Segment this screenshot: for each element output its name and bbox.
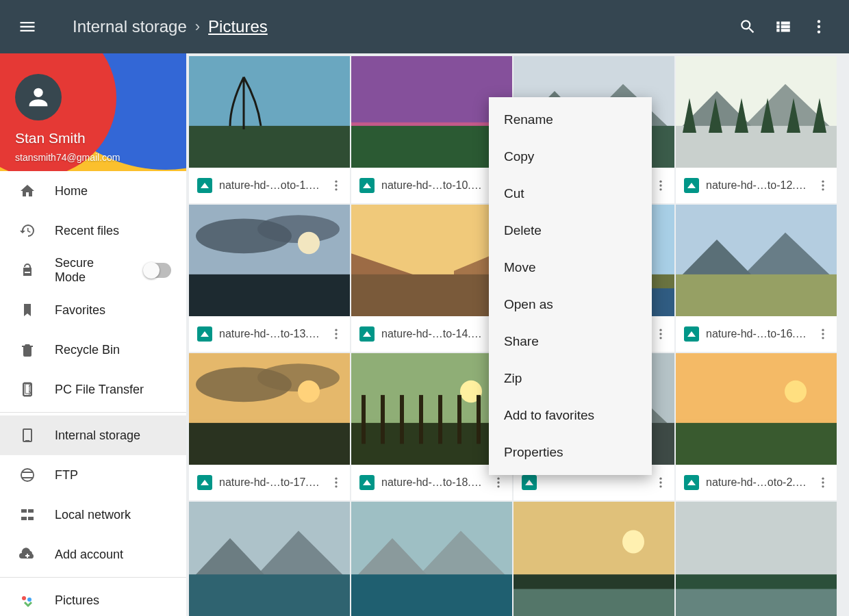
breadcrumb-parent[interactable]: Internal storage bbox=[73, 17, 187, 36]
svg-rect-89 bbox=[477, 395, 481, 444]
file-card[interactable]: nature-hd-…to-14.jpg bbox=[351, 205, 512, 352]
image-file-icon bbox=[684, 475, 699, 490]
secure-mode-toggle[interactable] bbox=[144, 263, 171, 278]
file-thumbnail bbox=[189, 205, 350, 316]
file-more-button[interactable] bbox=[327, 173, 346, 198]
file-card[interactable]: nature-hd-…to-13.jpg bbox=[189, 205, 350, 352]
file-name: nature-hd-…oto-1.jpg bbox=[219, 179, 320, 192]
file-caption: nature-hd-…to-10.jpg bbox=[351, 168, 512, 203]
file-card[interactable]: nature-hd-…to-18.jpg bbox=[351, 353, 512, 500]
file-more-button[interactable] bbox=[813, 173, 833, 198]
file-card[interactable]: nature-hd-…oto-1.jpg bbox=[189, 56, 350, 203]
menu-item-share[interactable]: Share bbox=[489, 323, 652, 360]
menu-button[interactable] bbox=[7, 6, 48, 47]
svg-point-3 bbox=[34, 88, 42, 97]
menu-item-copy[interactable]: Copy bbox=[489, 138, 652, 175]
file-card[interactable] bbox=[514, 502, 674, 616]
menu-item-cut[interactable]: Cut bbox=[489, 175, 652, 212]
svg-rect-134 bbox=[676, 502, 837, 571]
image-file-icon bbox=[359, 178, 375, 193]
svg-point-36 bbox=[822, 184, 824, 186]
file-more-button[interactable] bbox=[813, 322, 833, 346]
sidebar-item-internal-storage[interactable]: Internal storage bbox=[0, 415, 186, 455]
file-more-button[interactable] bbox=[651, 322, 670, 346]
avatar[interactable] bbox=[15, 74, 62, 120]
svg-rect-129 bbox=[514, 589, 674, 617]
file-more-button[interactable] bbox=[327, 322, 346, 346]
sidebar-item-pictures[interactable]: Pictures bbox=[0, 580, 186, 616]
svg-rect-103 bbox=[676, 353, 837, 420]
svg-rect-75 bbox=[189, 423, 350, 465]
svg-point-69 bbox=[822, 337, 824, 339]
file-name: nature-hd-…to-14.jpg bbox=[381, 328, 482, 340]
menu-item-rename[interactable]: Rename bbox=[489, 101, 652, 138]
view-list-icon bbox=[774, 18, 792, 36]
file-caption: nature-hd-…to-17.jpg bbox=[189, 465, 350, 500]
file-caption: nature-hd-…to-13.jpg bbox=[189, 316, 350, 352]
file-name: nature-hd-…to-17.jpg bbox=[219, 476, 320, 489]
recycle-icon bbox=[18, 340, 37, 359]
search-icon bbox=[739, 18, 757, 36]
svg-rect-113 bbox=[189, 574, 350, 616]
svg-rect-84 bbox=[381, 395, 385, 444]
file-caption: nature-hd-…to-16.jpg bbox=[676, 316, 837, 352]
file-name: nature-hd-…to-18.jpg bbox=[381, 476, 482, 489]
image-file-icon bbox=[684, 326, 699, 342]
file-card[interactable]: nature-hd-…to-10.jpg bbox=[351, 56, 512, 203]
view-list-button[interactable] bbox=[765, 9, 801, 44]
image-file-icon bbox=[684, 178, 699, 193]
sidebar-item-recent-files[interactable]: Recent files bbox=[0, 211, 186, 251]
file-card[interactable]: nature-hd-…oto-2.jpg bbox=[676, 353, 837, 500]
menu-item-move[interactable]: Move bbox=[489, 249, 652, 286]
file-card[interactable]: nature-hd-…to-16.jpg bbox=[676, 205, 837, 352]
sidebar-item-recycle-bin[interactable]: Recycle Bin bbox=[0, 330, 186, 370]
svg-point-67 bbox=[822, 329, 824, 331]
file-more-button[interactable] bbox=[327, 470, 346, 495]
image-file-icon bbox=[197, 326, 212, 342]
svg-rect-105 bbox=[676, 423, 837, 465]
more-vert-icon bbox=[810, 18, 828, 36]
sidebar-item-add-account[interactable]: Add account bbox=[0, 535, 186, 574]
sidebar-item-home[interactable]: Home bbox=[0, 171, 186, 211]
network-icon bbox=[18, 505, 37, 524]
svg-rect-136 bbox=[676, 589, 837, 617]
file-more-button[interactable] bbox=[651, 173, 670, 198]
file-thumbnail bbox=[676, 205, 837, 316]
svg-point-107 bbox=[822, 481, 824, 483]
file-card[interactable]: nature-hd-…to-17.jpg bbox=[189, 353, 350, 500]
app-bar: Internal storage › Pictures bbox=[0, 0, 849, 53]
file-more-button[interactable] bbox=[651, 470, 670, 495]
svg-rect-5 bbox=[189, 56, 350, 123]
drawer-header: Stan Smith stansmith74@gmail.com bbox=[0, 53, 186, 171]
sidebar-item-local-network[interactable]: Local network bbox=[0, 495, 186, 535]
person-icon bbox=[25, 84, 52, 111]
overflow-button[interactable] bbox=[801, 9, 837, 44]
menu-item-open-as[interactable]: Open as bbox=[489, 286, 652, 323]
file-card[interactable] bbox=[676, 502, 837, 616]
sidebar-item-label: Add account bbox=[55, 548, 123, 562]
sidebar-item-favorites[interactable]: Favorites bbox=[0, 290, 186, 330]
svg-rect-85 bbox=[400, 395, 404, 444]
sidebar-item-secure-mode[interactable]: Secure Mode bbox=[0, 251, 186, 290]
file-card[interactable] bbox=[351, 502, 512, 616]
sidebar-item-ftp[interactable]: FTP bbox=[0, 455, 186, 495]
file-card[interactable] bbox=[189, 502, 350, 616]
account-name: Stan Smith bbox=[15, 130, 86, 146]
menu-item-delete[interactable]: Delete bbox=[489, 212, 652, 249]
svg-point-23 bbox=[659, 188, 661, 190]
breadcrumb-current[interactable]: Pictures bbox=[208, 17, 268, 36]
sidebar-item-pc-file-transfer[interactable]: PC File Transfer bbox=[0, 370, 186, 409]
file-card[interactable]: nature-hd-…to-12.jpg bbox=[676, 56, 837, 203]
svg-point-37 bbox=[822, 188, 824, 190]
svg-rect-86 bbox=[419, 395, 423, 444]
svg-point-77 bbox=[335, 481, 337, 483]
menu-item-add-to-favorites[interactable]: Add to favorites bbox=[489, 397, 652, 434]
svg-rect-121 bbox=[351, 574, 512, 616]
svg-point-74 bbox=[298, 381, 320, 403]
menu-item-zip[interactable]: Zip bbox=[489, 360, 652, 397]
search-button[interactable] bbox=[730, 9, 765, 44]
file-caption: nature-hd-…to-18.jpg bbox=[351, 465, 512, 500]
menu-item-properties[interactable]: Properties bbox=[489, 434, 652, 471]
sidebar-item-label: Local network bbox=[55, 508, 131, 522]
file-more-button[interactable] bbox=[813, 470, 833, 495]
